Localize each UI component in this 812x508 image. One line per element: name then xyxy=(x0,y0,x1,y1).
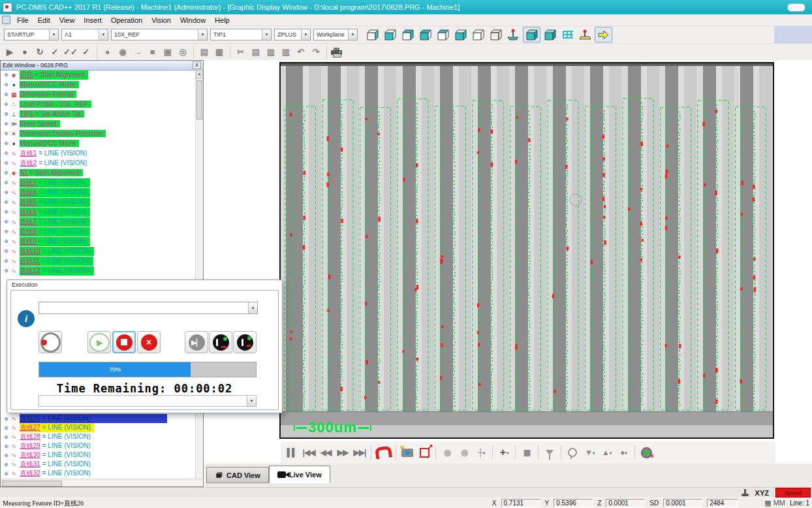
snapshot-button[interactable] xyxy=(400,445,414,460)
stop-button[interactable]: ● xyxy=(18,46,31,59)
menu-operation[interactable]: Operation xyxy=(107,16,146,25)
target-button[interactable]: ◎ xyxy=(440,445,454,460)
tree-item-直线7[interactable]: ⊕∿直线7 = LINE (VISION) xyxy=(1,217,195,227)
10x-ref-dropdown[interactable]: 10X_REF▼ xyxy=(111,29,208,40)
scrollbar-thumb[interactable] xyxy=(2,481,62,486)
surface-button[interactable]: ▼▾ xyxy=(582,445,597,460)
view-isometric-icon[interactable] xyxy=(470,27,486,42)
expand-icon[interactable]: ⊕ xyxy=(4,416,8,422)
joystick-icon[interactable] xyxy=(577,27,593,42)
menu-help[interactable]: Help xyxy=(211,16,234,25)
redo-button[interactable]: ↷ xyxy=(309,46,322,59)
tree-item-直线5[interactable]: ⊕∿直线5 = LINE (VISION) xyxy=(1,197,195,207)
error-list-dropdown[interactable]: ▼ xyxy=(39,395,257,407)
solid-view-icon[interactable] xyxy=(523,27,540,42)
tree-item-直线12[interactable]: ⊕∿直线12 = LINE (VISION) xyxy=(1,266,195,276)
cone-button[interactable]: ▲▾ xyxy=(599,445,614,460)
jump-button[interactable]: → xyxy=(131,46,144,59)
filter-button[interactable] xyxy=(542,445,557,460)
comment-button[interactable]: ▣ xyxy=(161,46,174,59)
tree-item-直线6[interactable]: ⊕∿直线6 = LINE (VISION) xyxy=(1,207,195,217)
tree-item-直线4[interactable]: ⊕∿直线4 = LINE (VISION) xyxy=(1,187,195,197)
undo-button[interactable]: ↶ xyxy=(294,46,307,59)
expand-icon[interactable]: ⊕ xyxy=(4,111,8,117)
expand-icon[interactable]: ⊕ xyxy=(4,131,8,136)
tree-item-A1[interactable]: ⊕◈A1 = Start Alignment xyxy=(1,168,195,178)
expand-icon[interactable]: ⊕ xyxy=(4,462,8,468)
expand-icon[interactable]: ⊕ xyxy=(4,238,8,244)
zoom-window-button[interactable] xyxy=(417,445,431,460)
vision-toggle-button[interactable]: × xyxy=(639,445,653,460)
probe-position-icon[interactable] xyxy=(505,27,522,42)
workplane-dropdown[interactable]: Workplane▼ xyxy=(313,29,358,40)
add-button[interactable]: +▾ xyxy=(497,445,511,460)
magnet-button[interactable] xyxy=(375,445,392,460)
check-path-button[interactable]: ✓ xyxy=(80,46,93,59)
next-window-icon[interactable] xyxy=(595,27,612,42)
close-icon[interactable]: x xyxy=(193,61,201,69)
tree-item-TIP1[interactable]: ⊕⊥TIP1 = Set Active Tip xyxy=(1,109,195,119)
expand-icon[interactable]: ⊕ xyxy=(4,258,8,264)
tree-item-直线10[interactable]: ⊕∿直线10 = LINE (VISION) xyxy=(1,246,195,256)
tree-item-直线31[interactable]: ⊕∿直线31 = LINE (VISION) xyxy=(1,460,195,469)
check-button[interactable]: ✓ xyxy=(48,46,61,59)
view-bottom-icon[interactable] xyxy=(452,27,469,42)
window-minimize-button[interactable] xyxy=(787,3,805,12)
tree-horizontal-scrollbar[interactable] xyxy=(1,479,203,486)
tree-item-直线29[interactable]: ⊕∿直线29 = LINE (VISION) xyxy=(1,441,195,451)
tree-item-直线8[interactable]: ⊕∿直线8 = LINE (VISION) xyxy=(1,227,195,236)
tree-item-直线30[interactable]: ⊕∿直线30 = LINE (VISION) xyxy=(1,451,195,460)
rewind-button[interactable]: ◀◀ xyxy=(319,445,333,460)
edit-window-header[interactable]: Edit Window - 0628.PRG x xyxy=(1,61,203,71)
tip1-dropdown[interactable]: TIP1▼ xyxy=(210,29,272,40)
record-execution-button[interactable] xyxy=(39,331,62,353)
expand-icon[interactable]: ⊕ xyxy=(4,150,8,156)
scroll-up-icon[interactable]: ▲ xyxy=(196,70,203,79)
paste-button[interactable]: ▥ xyxy=(264,46,277,59)
tree-item-load-probe-10x-ref[interactable]: ⊕∴Load Probe - 10X_REF xyxy=(1,99,195,109)
expand-icon[interactable]: ⊕ xyxy=(4,425,8,431)
measure-button[interactable]: ● xyxy=(101,46,114,59)
cancel-button[interactable]: × xyxy=(137,331,161,353)
tree-item-直线3[interactable]: ⊕∿直线3 = LINE (VISION) xyxy=(1,178,195,187)
view-back-icon[interactable] xyxy=(399,27,416,42)
tree-item-直线2[interactable]: ⊕∿直线2 = LINE (VISION) xyxy=(1,158,195,168)
menu-window[interactable]: Window xyxy=(176,16,210,25)
view-right-icon[interactable] xyxy=(382,27,398,42)
cut-button[interactable]: ✂ xyxy=(234,46,247,59)
expand-icon[interactable]: ⊕ xyxy=(4,443,8,449)
tree-vertical-scrollbar[interactable]: ▲ xyxy=(195,70,203,479)
tree-item-直线9[interactable]: ⊕∿直线9 = LINE (VISION) xyxy=(1,236,195,246)
tree-item-启动[interactable]: ⊕◈启动 = Start Alignment xyxy=(1,70,195,80)
tree-item-直线32[interactable]: ⊕∿直线32 = LINE (VISION) xyxy=(1,469,195,478)
tree-item-直线28[interactable]: ⊕∿直线28 = LINE (VISION) xyxy=(1,432,195,441)
expand-icon[interactable]: ⊕ xyxy=(4,121,8,127)
expand-icon[interactable]: ⊕ xyxy=(4,160,8,166)
scan-button[interactable]: ◉ xyxy=(116,46,129,59)
print-button[interactable] xyxy=(331,48,344,57)
execute-button[interactable]: ▶ xyxy=(3,46,16,59)
skip-start-button[interactable]: |◀◀ xyxy=(302,445,316,460)
skip-end-button[interactable]: ▶▶| xyxy=(352,445,367,460)
loop-button[interactable]: ↻ xyxy=(33,46,46,59)
menu-vision[interactable]: Vision xyxy=(148,16,175,25)
expand-icon[interactable]: ⊕ xyxy=(4,268,8,274)
expand-icon[interactable]: ⊕ xyxy=(4,91,8,97)
menu-edit[interactable]: Edit xyxy=(34,16,54,25)
expand-icon[interactable]: ⊕ xyxy=(4,471,8,477)
startup-dropdown[interactable]: STARTUP▼ xyxy=(4,29,59,40)
tree-item-dimension-display-precision[interactable]: ⊕×Dimension Display Precision xyxy=(1,129,195,138)
expand-icon[interactable]: ⊕ xyxy=(4,189,8,195)
expand-icon[interactable]: ⊕ xyxy=(4,82,8,87)
expand-icon[interactable]: ⊕ xyxy=(4,101,8,107)
expand-icon[interactable]: ⊕ xyxy=(4,219,8,225)
tab-live-view[interactable]: Live View xyxy=(269,466,330,483)
paste-special-button[interactable]: ▥ xyxy=(279,46,292,59)
tree-item-manual-dcc-mode[interactable]: ⊕♦Manual/DCC Mode xyxy=(1,138,195,148)
double-check-button[interactable]: ✓✓ xyxy=(63,46,78,59)
expand-icon[interactable]: ⊕ xyxy=(4,434,8,440)
expand-icon[interactable]: ⊕ xyxy=(4,229,8,234)
menu-view[interactable]: View xyxy=(55,16,79,25)
pause-button[interactable]: ▌▌ xyxy=(285,445,299,460)
view-left-icon[interactable] xyxy=(364,27,381,42)
